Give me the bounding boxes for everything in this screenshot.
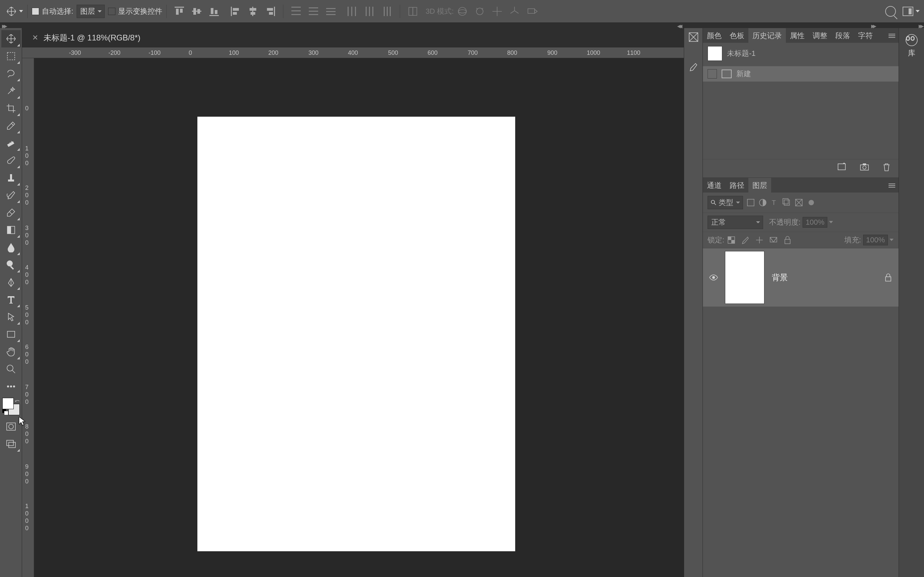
canvas-background[interactable]	[34, 58, 684, 577]
panel-tab[interactable]: 段落	[831, 28, 854, 43]
pen-tool[interactable]	[2, 274, 21, 291]
filter-adjust-icon[interactable]	[758, 198, 767, 207]
library-label[interactable]: 库	[908, 48, 915, 58]
lock-transparent-icon[interactable]	[727, 236, 736, 244]
filter-type-icon[interactable]: T	[771, 198, 779, 207]
lock-position-icon[interactable]	[755, 236, 764, 244]
path-select-tool[interactable]	[2, 308, 21, 326]
canvas[interactable]	[197, 117, 515, 551]
screen-mode-tool[interactable]	[2, 435, 21, 453]
swap-colors-icon[interactable]: ⤺	[15, 397, 20, 405]
panel-tab[interactable]: 调整	[809, 28, 831, 43]
svg-rect-19	[291, 10, 301, 11]
snapshot-icon[interactable]	[860, 163, 869, 171]
opacity-value[interactable]: 100%	[803, 217, 827, 228]
history-brush-tool[interactable]	[2, 187, 21, 204]
panel-menu-icon[interactable]	[888, 33, 895, 39]
align-bottom-icon[interactable]	[208, 5, 220, 18]
distribute-bottom-icon	[325, 5, 337, 18]
foreground-swatch[interactable]	[2, 398, 14, 409]
blur-tool[interactable]	[2, 239, 21, 256]
type-tool[interactable]	[2, 291, 21, 308]
svg-rect-45	[7, 226, 11, 234]
layer-item[interactable]: 背景	[703, 248, 898, 306]
layer-name[interactable]: 背景	[772, 272, 884, 283]
marquee-tool[interactable]	[2, 47, 21, 65]
panel-tab[interactable]: 通道	[703, 178, 725, 193]
history-item[interactable]: 新建	[703, 66, 898, 82]
search-icon[interactable]	[885, 6, 896, 17]
auto-select-scope[interactable]: 图层	[77, 5, 105, 18]
toolbar-expand-icon[interactable]: ▶▶	[2, 23, 5, 29]
dock-collapse-icon[interactable]: ◀◀	[677, 23, 680, 29]
zoom-tool[interactable]	[2, 360, 21, 378]
panel-tab[interactable]: 图层	[748, 178, 771, 193]
panel-tab[interactable]: 字符	[854, 28, 877, 43]
filter-toggle[interactable]	[809, 200, 814, 205]
create-doc-from-state-icon[interactable]	[837, 163, 846, 171]
quick-mask-tool[interactable]	[2, 418, 21, 435]
align-hcenter-icon[interactable]	[247, 5, 259, 18]
cc-libraries-icon[interactable]	[905, 34, 919, 46]
show-transform-checkbox[interactable]: 显示变换控件	[108, 6, 162, 16]
color-swatches[interactable]: ⤺	[2, 397, 20, 416]
svg-point-49	[7, 365, 13, 371]
layer-thumb[interactable]	[725, 251, 764, 304]
dodge-tool[interactable]	[2, 256, 21, 274]
frame-tool-icon[interactable]	[688, 31, 699, 43]
ruler-horizontal[interactable]: -300-200-1000100200300400500600700800900…	[22, 47, 684, 58]
edit-toolbar[interactable]	[2, 378, 21, 395]
hand-tool[interactable]	[2, 343, 21, 360]
lock-all-icon[interactable]	[783, 236, 792, 244]
default-colors-icon[interactable]	[2, 409, 8, 415]
clone-stamp-tool[interactable]	[2, 169, 21, 187]
filter-shape-icon[interactable]	[782, 198, 791, 207]
layers-panel: 类型 T 正常 不透明度: 100% 锁定:	[703, 193, 898, 577]
svg-rect-14	[250, 12, 255, 15]
align-left-icon[interactable]	[229, 5, 242, 18]
align-right-icon[interactable]	[264, 5, 276, 18]
brush-tool[interactable]	[2, 152, 21, 169]
close-tab-icon[interactable]: ✕	[32, 34, 38, 42]
panel-tab[interactable]: 色板	[725, 28, 748, 43]
blend-mode-select[interactable]: 正常	[708, 216, 763, 229]
cursor-icon	[18, 416, 26, 426]
lock-artboard-icon[interactable]	[769, 236, 778, 244]
filter-smart-icon[interactable]	[795, 198, 803, 207]
crop-tool[interactable]	[2, 100, 21, 117]
magic-wand-tool[interactable]	[2, 82, 21, 100]
align-top-icon[interactable]	[173, 5, 185, 18]
rectangle-tool[interactable]	[2, 326, 21, 343]
current-tool-icon[interactable]	[5, 5, 18, 18]
layer-filter-select[interactable]: 类型	[708, 196, 743, 209]
lasso-tool[interactable]	[2, 65, 21, 82]
eraser-tool[interactable]	[2, 204, 21, 221]
workspace-switcher[interactable]	[903, 7, 920, 16]
lock-paint-icon[interactable]	[741, 236, 750, 244]
filter-pixel-icon[interactable]	[746, 198, 755, 207]
history-document-row[interactable]: 未标题-1	[703, 43, 898, 64]
lib-collapse-icon[interactable]: ▶▶	[919, 23, 922, 29]
lock-icon[interactable]	[884, 273, 893, 282]
chevron-down-icon[interactable]	[19, 9, 23, 14]
healing-tool[interactable]	[2, 134, 21, 152]
align-vcenter-icon[interactable]	[191, 5, 203, 18]
eyedropper-tool[interactable]	[2, 117, 21, 134]
panel-menu-icon[interactable]	[888, 182, 895, 189]
history-item-label: 新建	[736, 69, 751, 79]
ruler-vertical[interactable]: 01002003004005006007008009001000	[22, 58, 34, 577]
panel-tab[interactable]: 属性	[786, 28, 809, 43]
brush-presets-icon[interactable]	[688, 62, 699, 72]
gradient-tool[interactable]	[2, 221, 21, 239]
move-tool[interactable]	[2, 30, 21, 47]
panel-tab[interactable]: 路径	[725, 178, 748, 193]
visibility-icon[interactable]	[709, 274, 718, 281]
svg-rect-7	[211, 8, 213, 14]
svg-rect-22	[309, 11, 318, 12]
panel-tab[interactable]: 历史记录	[748, 28, 786, 43]
panel-tab[interactable]: 颜色	[703, 28, 725, 43]
trash-icon[interactable]	[882, 163, 890, 171]
document-tab[interactable]: ✕ 未标题-1 @ 118%(RGB/8*)	[22, 28, 150, 47]
auto-select-checkbox[interactable]: ✔ 自动选择:	[32, 6, 73, 16]
fill-value[interactable]: 100%	[863, 235, 888, 245]
